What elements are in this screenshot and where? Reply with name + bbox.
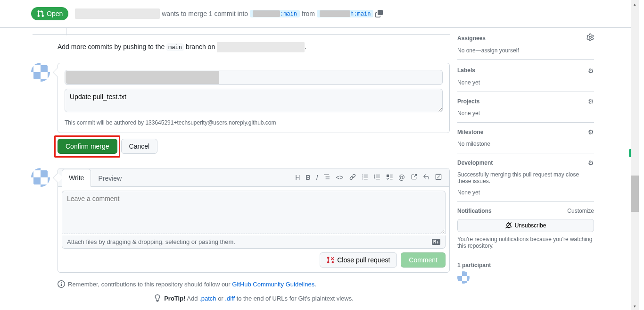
tab-write[interactable]: Write [62, 169, 91, 187]
merge-text: wants to merge 1 commit into [162, 10, 248, 17]
customize-link[interactable]: Customize [567, 208, 594, 214]
bell-slash-icon [505, 222, 512, 229]
merge-confirm-item: Update pull_test.txt This commit will be… [31, 63, 450, 154]
gear-icon[interactable]: ⚙ [588, 128, 594, 136]
heading-icon[interactable]: H [295, 174, 300, 182]
sidebar-assignees: Assignees No one—assign yourself [457, 28, 594, 60]
gear-icon[interactable]: ⚙ [588, 159, 594, 167]
diff-link[interactable]: .diff [225, 295, 235, 302]
link-icon[interactable] [349, 174, 356, 182]
scroll-thumb[interactable] [631, 176, 639, 212]
from-text: from [302, 10, 315, 17]
pull-request-icon [37, 10, 44, 17]
guidelines-link[interactable]: GitHub Community Guidelines [232, 281, 314, 288]
avatar[interactable] [31, 63, 50, 82]
gear-icon[interactable] [586, 34, 594, 42]
copy-icon[interactable] [375, 10, 383, 17]
guidelines-note: Remember, contributions to this reposito… [58, 280, 450, 288]
sidebar: Assignees No one—assign yourself Labels … [457, 28, 602, 302]
italic-icon[interactable]: I [316, 174, 318, 182]
scroll-up-icon[interactable]: ▴ [631, 0, 639, 8]
status-label: Open [47, 10, 63, 17]
unordered-list-icon[interactable] [362, 174, 368, 182]
sidebar-projects: Projects ⚙ None yet [457, 92, 594, 123]
code-icon[interactable]: <> [336, 174, 343, 182]
ordered-list-icon[interactable] [374, 174, 380, 182]
scrollbar[interactable]: ▴ ▾ [631, 0, 639, 310]
cancel-button[interactable]: Cancel [121, 139, 158, 154]
bold-icon[interactable]: B [305, 174, 310, 182]
status-open-badge: Open [31, 7, 68, 20]
comment-button[interactable]: Comment [401, 252, 446, 268]
patch-link[interactable]: .patch [199, 295, 216, 302]
reply-icon[interactable] [423, 174, 429, 182]
mention-icon[interactable]: @ [398, 174, 405, 182]
unsubscribe-button[interactable]: Unsubscribe [457, 219, 594, 232]
comment-textarea[interactable] [62, 191, 446, 234]
scroll-down-icon[interactable]: ▾ [631, 302, 639, 310]
pr-header: Open wants to merge 1 commit into xxxxxx… [0, 0, 639, 28]
tab-preview[interactable]: Preview [91, 169, 129, 187]
sidebar-notifications: Notifications Customize Unsubscribe You'… [457, 202, 594, 255]
sidebar-labels: Labels ⚙ None yet [457, 60, 594, 92]
merge-title-input[interactable] [65, 70, 443, 85]
info-icon [58, 280, 65, 288]
head-branch-label[interactable]: xxxxxxxxxh:main [317, 10, 373, 17]
task-list-icon[interactable] [386, 174, 393, 182]
new-comment-item: Write Preview H B I <> @ [31, 168, 450, 273]
redacted-title [75, 8, 160, 19]
merge-body-textarea[interactable]: Update pull_test.txt [65, 89, 443, 112]
confirm-merge-button[interactable]: Confirm merge [58, 139, 117, 154]
sidebar-milestone: Milestone ⚙ No milestone [457, 123, 594, 153]
pr-merge-description: wants to merge 1 commit into xxxxxxxx:ma… [75, 8, 631, 19]
markdown-toolbar: H B I <> @ [295, 174, 446, 182]
push-hint: Add more commits by pushing to the main … [58, 42, 450, 52]
lightbulb-icon [154, 294, 161, 302]
scroll-indicator [629, 149, 631, 157]
assign-yourself-link[interactable]: assign yourself [481, 47, 519, 54]
attach-hint[interactable]: Attach files by dragging & dropping, sel… [62, 235, 446, 249]
sidebar-participants: 1 participant [457, 255, 594, 284]
sidebar-development: Development ⚙ Successfully merging this … [457, 153, 594, 202]
participant-avatar[interactable] [457, 271, 470, 284]
gear-icon[interactable]: ⚙ [588, 98, 594, 105]
closed-pr-icon [327, 256, 334, 264]
reference-icon[interactable] [411, 174, 417, 182]
base-branch-label[interactable]: xxxxxxxx:main [250, 10, 300, 17]
merge-message-box: Update pull_test.txt This commit will be… [58, 63, 450, 133]
gear-icon[interactable]: ⚙ [580, 66, 594, 75]
commit-author-note: This commit will be authored by 13364529… [65, 119, 443, 126]
protip: ProTip! Add .patch or .diff to the end o… [58, 294, 450, 302]
avatar[interactable] [31, 168, 50, 187]
markdown-icon[interactable]: M↓ [432, 239, 440, 245]
quote-icon[interactable] [323, 174, 330, 182]
close-pull-request-button[interactable]: Close pull request [320, 252, 397, 268]
comment-tabs: Write Preview H B I <> @ [58, 168, 449, 187]
expand-icon[interactable] [435, 174, 442, 182]
